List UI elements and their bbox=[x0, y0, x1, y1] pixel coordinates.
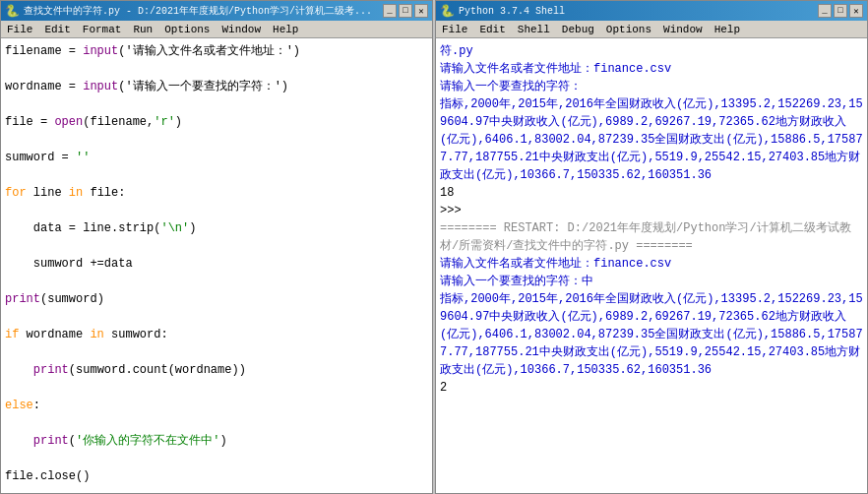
shell-title-bar[interactable]: 🐍 Python 3.7.4 Shell _ □ ✕ bbox=[436, 1, 867, 21]
shell-menu-shell[interactable]: Shell bbox=[516, 24, 552, 35]
editor-title: 查找文件中的字符.py - D:/2021年年度规划/Python学习/计算机二… bbox=[24, 4, 372, 18]
menu-help[interactable]: Help bbox=[271, 24, 300, 35]
editor-window: 🐍 查找文件中的字符.py - D:/2021年年度规划/Python学习/计算… bbox=[0, 0, 433, 494]
code-editor[interactable]: filename = input('请输入文件名或者文件地址：') wordna… bbox=[1, 38, 432, 493]
shell-menu-window[interactable]: Window bbox=[661, 24, 705, 35]
shell-maximize[interactable]: □ bbox=[834, 4, 847, 18]
editor-title-bar[interactable]: 🐍 查找文件中的字符.py - D:/2021年年度规划/Python学习/计算… bbox=[1, 1, 432, 21]
editor-close[interactable]: ✕ bbox=[414, 4, 428, 18]
shell-output[interactable]: 符.py 请输入文件名或者文件地址：finance.csv 请输入一个要查找的字… bbox=[436, 38, 867, 493]
menu-format[interactable]: Format bbox=[81, 24, 124, 35]
menu-file[interactable]: File bbox=[5, 24, 34, 35]
editor-maximize[interactable]: □ bbox=[399, 4, 412, 18]
menu-options[interactable]: Options bbox=[162, 24, 212, 35]
shell-menu-edit[interactable]: Edit bbox=[477, 24, 507, 35]
menu-window[interactable]: Window bbox=[219, 24, 263, 35]
shell-minimize[interactable]: _ bbox=[818, 4, 832, 18]
shell-controls[interactable]: _ □ ✕ bbox=[818, 4, 863, 18]
menu-edit[interactable]: Edit bbox=[42, 24, 72, 35]
shell-menu-bar: File Edit Shell Debug Options Window Hel… bbox=[436, 21, 867, 38]
editor-controls[interactable]: _ □ ✕ bbox=[383, 4, 428, 18]
shell-icon: 🐍 bbox=[440, 4, 455, 19]
shell-title: Python 3.7.4 Shell bbox=[459, 6, 565, 17]
shell-menu-help[interactable]: Help bbox=[713, 24, 742, 35]
editor-menu-bar: File Edit Format Run Options Window Help bbox=[1, 21, 432, 38]
editor-icon: 🐍 bbox=[5, 4, 20, 19]
shell-window: 🐍 Python 3.7.4 Shell _ □ ✕ File Edit She… bbox=[435, 0, 868, 494]
shell-menu-debug[interactable]: Debug bbox=[560, 24, 596, 35]
shell-close[interactable]: ✕ bbox=[849, 4, 863, 18]
editor-minimize[interactable]: _ bbox=[383, 4, 397, 18]
shell-menu-options[interactable]: Options bbox=[604, 24, 653, 35]
menu-run[interactable]: Run bbox=[131, 24, 155, 35]
shell-menu-file[interactable]: File bbox=[440, 24, 469, 35]
